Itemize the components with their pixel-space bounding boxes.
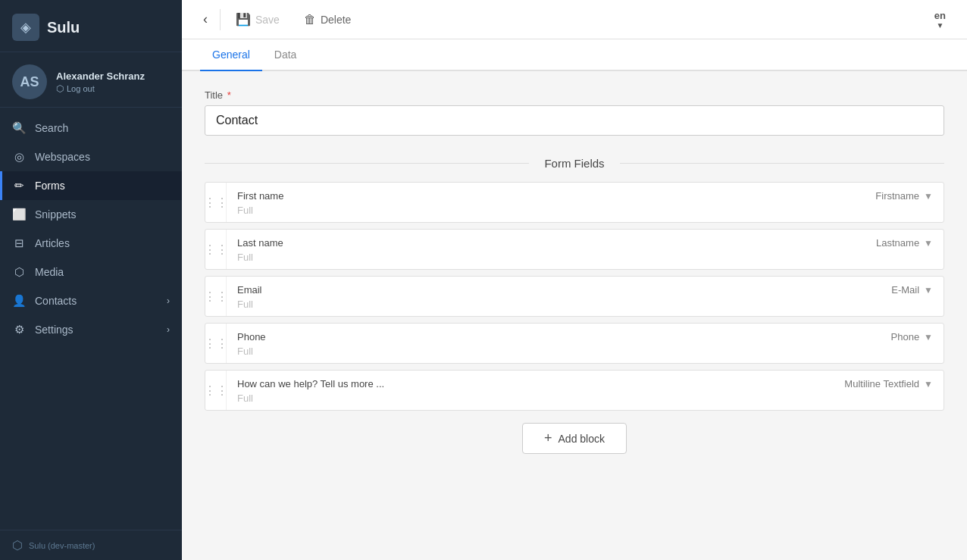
- form-field-row-message: ⋮⋮ How can we help? Tell us more ... Mul…: [205, 370, 944, 411]
- title-input[interactable]: [205, 105, 944, 136]
- footer-icon: ⬡: [12, 538, 23, 552]
- settings-icon: ⚙: [12, 323, 26, 336]
- section-title: Form Fields: [529, 157, 619, 170]
- add-block-plus-icon: +: [544, 430, 552, 446]
- sulu-logo-icon: ◈: [12, 14, 39, 41]
- user-info: Alexander Schranz ⬡ Log out: [56, 70, 145, 94]
- sidebar-item-search[interactable]: 🔍 Search: [0, 114, 182, 142]
- field-name-first-name: First name: [237, 190, 283, 202]
- main-content: ‹ 💾 Save 🗑 Delete en ▼ General Data Titl…: [182, 0, 967, 560]
- field-chevron-message[interactable]: ▼: [924, 379, 933, 389]
- delete-button[interactable]: 🗑 Delete: [292, 0, 363, 39]
- add-block-button[interactable]: + Add block: [522, 423, 627, 454]
- toolbar: ‹ 💾 Save 🗑 Delete en ▼: [182, 0, 967, 39]
- language-picker[interactable]: en ▼: [925, 7, 955, 33]
- title-required-marker: *: [227, 89, 231, 101]
- avatar: AS: [12, 64, 47, 99]
- field-type-message: Multiline Textfield: [844, 378, 919, 389]
- sidebar-item-webspaces-label: Webspaces: [35, 151, 90, 163]
- field-name-phone: Phone: [237, 331, 266, 343]
- form-field-body-email: Email E-Mail ▼ Full: [227, 277, 944, 316]
- sidebar-footer: ⬡ Sulu (dev-master): [0, 530, 182, 560]
- add-block-label: Add block: [559, 433, 605, 445]
- sidebar-user-section: AS Alexander Schranz ⬡ Log out: [0, 52, 182, 108]
- form-field-row-last-name: ⋮⋮ Last name Lastname ▼ Full: [205, 229, 944, 270]
- drag-handle-phone[interactable]: ⋮⋮: [205, 324, 227, 363]
- sidebar-item-search-label: Search: [35, 122, 68, 134]
- field-type-email: E-Mail: [891, 284, 919, 296]
- sidebar-item-articles-label: Articles: [35, 237, 70, 249]
- sidebar-item-articles[interactable]: ⊟ Articles: [0, 229, 182, 258]
- sidebar-item-snippets[interactable]: ⬜ Snippets: [0, 200, 182, 229]
- sidebar-nav: 🔍 Search ◎ Webspaces ✏ Forms ⬜ Snippets …: [0, 108, 182, 530]
- field-chevron-first-name[interactable]: ▼: [924, 191, 933, 202]
- logout-button[interactable]: ⬡ Log out: [56, 83, 145, 94]
- field-chevron-phone[interactable]: ▼: [924, 332, 933, 343]
- forms-icon: ✏: [12, 179, 26, 192]
- field-chevron-email[interactable]: ▼: [924, 285, 933, 296]
- sidebar-item-settings[interactable]: ⚙ Settings ›: [0, 315, 182, 344]
- field-placeholder-phone: Full: [237, 346, 933, 357]
- form-field-row-email: ⋮⋮ Email E-Mail ▼ Full: [205, 276, 944, 317]
- field-placeholder-first-name: Full: [237, 205, 933, 216]
- lang-code: en: [934, 10, 946, 21]
- save-icon: 💾: [236, 12, 251, 27]
- sidebar-item-contacts[interactable]: 👤 Contacts ›: [0, 286, 182, 315]
- form-field-row-phone: ⋮⋮ Phone Phone ▼ Full: [205, 323, 944, 364]
- form-field-row-first-name: ⋮⋮ First name Firstname ▼ Full: [205, 182, 944, 223]
- logout-icon: ⬡: [56, 83, 64, 94]
- sidebar-footer-label: Sulu (dev-master): [29, 541, 95, 550]
- sidebar: ◈ Sulu AS Alexander Schranz ⬡ Log out 🔍 …: [0, 0, 182, 560]
- drag-handle-message[interactable]: ⋮⋮: [205, 371, 227, 410]
- sidebar-item-webspaces[interactable]: ◎ Webspaces: [0, 142, 182, 171]
- save-label: Save: [255, 14, 280, 26]
- sidebar-item-media[interactable]: ⬡ Media: [0, 258, 182, 286]
- section-line-right: [620, 163, 944, 164]
- user-name: Alexander Schranz: [56, 70, 145, 82]
- back-button[interactable]: ‹: [194, 0, 217, 39]
- drag-handle-first-name[interactable]: ⋮⋮: [205, 183, 227, 222]
- sidebar-item-contacts-label: Contacts: [35, 295, 77, 307]
- sidebar-header: ◈ Sulu: [0, 0, 182, 52]
- webspaces-icon: ◎: [12, 150, 26, 164]
- articles-icon: ⊟: [12, 236, 26, 250]
- snippets-icon: ⬜: [12, 208, 26, 221]
- field-type-first-name: Firstname: [875, 190, 919, 202]
- drag-handle-last-name[interactable]: ⋮⋮: [205, 230, 227, 269]
- form-content: Title * Form Fields ⋮⋮ First name Firstn…: [182, 71, 967, 560]
- field-placeholder-last-name: Full: [237, 252, 933, 263]
- tab-data[interactable]: Data: [262, 39, 309, 71]
- form-field-body-last-name: Last name Lastname ▼ Full: [227, 230, 944, 269]
- sidebar-item-forms[interactable]: ✏ Forms: [0, 171, 182, 200]
- field-placeholder-message: Full: [237, 393, 933, 404]
- sidebar-item-media-label: Media: [35, 266, 64, 278]
- field-placeholder-email: Full: [237, 299, 933, 310]
- form-field-body-first-name: First name Firstname ▼ Full: [227, 183, 944, 222]
- field-name-last-name: Last name: [237, 237, 283, 249]
- contacts-arrow-icon: ›: [167, 296, 170, 306]
- media-icon: ⬡: [12, 265, 26, 279]
- search-icon: 🔍: [12, 121, 26, 135]
- logout-label: Log out: [67, 84, 95, 93]
- field-chevron-last-name[interactable]: ▼: [924, 238, 933, 249]
- toolbar-separator-1: [220, 9, 221, 30]
- form-field-body-phone: Phone Phone ▼ Full: [227, 324, 944, 363]
- drag-handle-email[interactable]: ⋮⋮: [205, 277, 227, 316]
- title-field-label: Title *: [205, 89, 944, 101]
- contacts-icon: 👤: [12, 294, 26, 308]
- tabs-bar: General Data: [182, 39, 967, 71]
- section-line-left: [205, 163, 529, 164]
- lang-arrow-icon: ▼: [936, 21, 944, 30]
- section-header: Form Fields: [205, 157, 944, 170]
- save-button[interactable]: 💾 Save: [224, 0, 292, 39]
- field-type-phone: Phone: [891, 331, 920, 343]
- field-name-message: How can we help? Tell us more ...: [237, 378, 384, 389]
- settings-arrow-icon: ›: [167, 324, 170, 335]
- form-field-body-message: How can we help? Tell us more ... Multil…: [227, 371, 944, 410]
- tab-general[interactable]: General: [200, 39, 262, 71]
- sidebar-item-snippets-label: Snippets: [35, 208, 76, 221]
- delete-icon: 🗑: [304, 13, 316, 27]
- sidebar-brand: Sulu: [47, 19, 80, 36]
- delete-label: Delete: [321, 14, 351, 26]
- sidebar-item-forms-label: Forms: [35, 180, 65, 192]
